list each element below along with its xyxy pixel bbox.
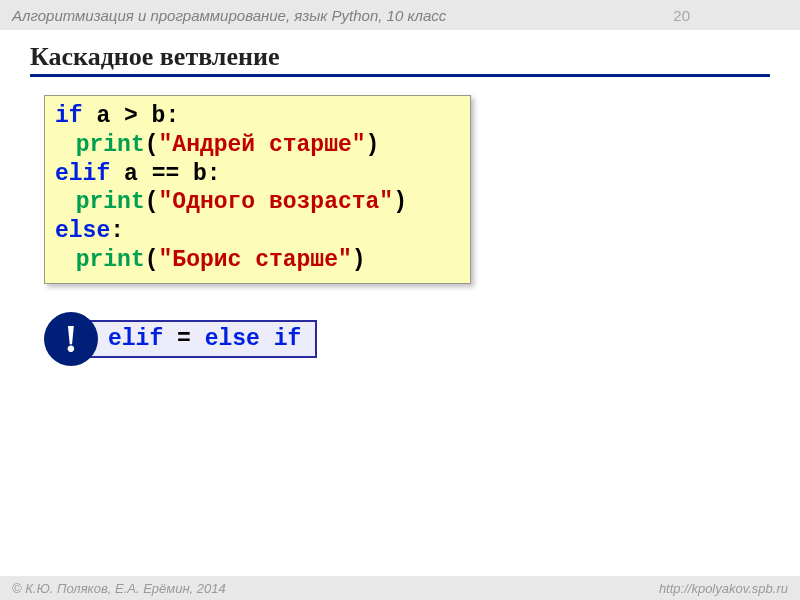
slide-title: Каскадное ветвление — [30, 42, 770, 77]
slide-header: Алгоритмизация и программирование, язык … — [0, 0, 800, 30]
str-2: "Одного возраста" — [159, 189, 394, 215]
kw-else: else — [55, 218, 110, 244]
course-title: Алгоритмизация и программирование, язык … — [12, 7, 446, 24]
page-number: 20 — [673, 7, 690, 24]
paren-close-1: ) — [366, 132, 380, 158]
paren-open-3: ( — [145, 247, 159, 273]
paren-open-1: ( — [145, 132, 159, 158]
func-print-2: print — [76, 189, 145, 215]
footer-url: http://kpolyakov.spb.ru — [659, 581, 788, 596]
note-else: else — [205, 326, 260, 352]
cond-1: a > b: — [83, 103, 180, 129]
str-1: "Андрей старше" — [159, 132, 366, 158]
paren-open-2: ( — [145, 189, 159, 215]
code-block: if a > b: print("Андрей старше") elif a … — [44, 95, 471, 284]
paren-close-2: ) — [393, 189, 407, 215]
exclamation-mark: ! — [64, 319, 77, 359]
note-box: elif = else if — [90, 320, 317, 358]
func-print-1: print — [76, 132, 145, 158]
kw-if: if — [55, 103, 83, 129]
slide-footer: © К.Ю. Поляков, Е.А. Ерёмин, 2014 http:/… — [0, 576, 800, 600]
note-if: if — [274, 326, 302, 352]
note-row: ! elif = else if — [44, 312, 800, 366]
cond-2: a == b: — [110, 161, 220, 187]
note-sp — [260, 326, 274, 352]
note-eq: = — [163, 326, 204, 352]
copyright: © К.Ю. Поляков, Е.А. Ерёмин, 2014 — [12, 581, 226, 596]
colon-else: : — [110, 218, 124, 244]
str-3: "Борис старше" — [159, 247, 352, 273]
func-print-3: print — [76, 247, 145, 273]
kw-elif: elif — [55, 161, 110, 187]
note-elif: elif — [108, 326, 163, 352]
exclamation-icon: ! — [44, 312, 98, 366]
title-wrap: Каскадное ветвление — [0, 30, 800, 81]
paren-close-3: ) — [352, 247, 366, 273]
